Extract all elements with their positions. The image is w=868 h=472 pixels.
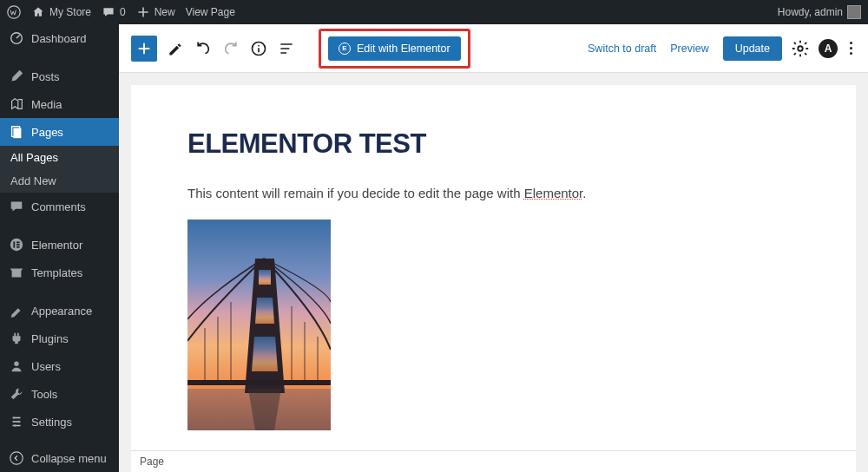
sidebar-subitem-add-new[interactable]: Add New bbox=[0, 169, 119, 193]
svg-point-16 bbox=[798, 46, 803, 51]
wp-logo[interactable] bbox=[7, 5, 21, 19]
comments-link[interactable]: 0 bbox=[102, 5, 126, 19]
howdy-link[interactable]: Howdy, admin bbox=[778, 5, 861, 19]
svg-rect-5 bbox=[13, 241, 15, 247]
sidebar-collapse[interactable]: Collapse menu bbox=[0, 444, 119, 472]
sidebar-item-templates[interactable]: Templates bbox=[0, 259, 119, 286]
redo-icon[interactable] bbox=[221, 39, 240, 58]
sidebar-item-comments[interactable]: Comments bbox=[0, 193, 119, 220]
info-icon[interactable] bbox=[249, 39, 268, 58]
settings-gear-icon[interactable] bbox=[791, 39, 810, 58]
svg-rect-19 bbox=[187, 380, 331, 385]
switch-to-draft-link[interactable]: Switch to draft bbox=[588, 43, 656, 55]
update-button[interactable]: Update bbox=[723, 36, 782, 61]
svg-point-13 bbox=[10, 452, 23, 464]
svg-point-11 bbox=[17, 421, 20, 423]
sidebar-subitem-all-pages[interactable]: All Pages bbox=[0, 146, 119, 169]
sidebar-item-dashboard[interactable]: Dashboard bbox=[0, 24, 119, 52]
paragraph-block[interactable]: This content will remain if you decide t… bbox=[187, 186, 799, 200]
outline-icon[interactable] bbox=[277, 39, 296, 58]
svg-rect-8 bbox=[16, 246, 20, 248]
svg-rect-7 bbox=[16, 244, 20, 246]
comments-count: 0 bbox=[120, 6, 126, 18]
highlight-box: E Edit with Elementor bbox=[319, 29, 470, 69]
edit-mode-icon[interactable] bbox=[166, 39, 185, 58]
svg-point-9 bbox=[14, 362, 18, 366]
page-title[interactable]: ELEMENTOR TEST bbox=[187, 128, 799, 160]
new-content-link[interactable]: New bbox=[136, 5, 175, 19]
elementor-icon: E bbox=[339, 43, 351, 55]
view-page-link[interactable]: View Page bbox=[186, 6, 235, 18]
add-block-button[interactable] bbox=[131, 36, 157, 62]
svg-rect-6 bbox=[16, 241, 20, 243]
sidebar-item-pages[interactable]: Pages bbox=[0, 118, 119, 146]
new-label: New bbox=[155, 6, 175, 18]
page-canvas[interactable]: ELEMENTOR TEST This content will remain … bbox=[131, 85, 856, 472]
svg-point-10 bbox=[13, 416, 16, 419]
user-avatar-icon bbox=[847, 5, 861, 19]
undo-icon[interactable] bbox=[194, 39, 213, 58]
site-name-text: My Store bbox=[49, 6, 91, 18]
preview-link[interactable]: Preview bbox=[670, 43, 708, 55]
sidebar-item-settings[interactable]: Settings bbox=[0, 408, 119, 436]
admin-bar: My Store 0 New View Page Howdy, admin bbox=[0, 0, 868, 24]
sidebar-item-appearance[interactable]: Appearance bbox=[0, 297, 119, 324]
site-name-link[interactable]: My Store bbox=[31, 5, 91, 19]
svg-rect-3 bbox=[13, 128, 21, 139]
svg-point-15 bbox=[258, 44, 260, 46]
breadcrumb-page[interactable]: Page bbox=[140, 456, 164, 468]
sidebar-item-tools[interactable]: Tools bbox=[0, 380, 119, 408]
image-block[interactable] bbox=[187, 220, 331, 430]
editor-canvas-area: ELEMENTOR TEST This content will remain … bbox=[119, 73, 868, 472]
sidebar-submenu-pages: All Pages Add New bbox=[0, 146, 119, 193]
edit-with-elementor-button[interactable]: E Edit with Elementor bbox=[328, 36, 461, 61]
sidebar-item-elementor[interactable]: Elementor bbox=[0, 231, 119, 259]
sidebar-item-plugins[interactable]: Plugins bbox=[0, 324, 119, 352]
breadcrumb-bar: Page bbox=[131, 450, 856, 472]
sidebar-item-users[interactable]: Users bbox=[0, 352, 119, 380]
svg-point-12 bbox=[14, 424, 16, 427]
sidebar-item-media[interactable]: Media bbox=[0, 90, 119, 118]
editor-main: E Edit with Elementor Switch to draft Pr… bbox=[119, 24, 868, 472]
admin-sidebar: Dashboard Posts Media Pages All Pages Ad… bbox=[0, 24, 119, 472]
editor-toolbar: E Edit with Elementor Switch to draft Pr… bbox=[119, 24, 868, 73]
spellcheck-word: Elementor bbox=[524, 186, 583, 200]
sidebar-item-posts[interactable]: Posts bbox=[0, 62, 119, 90]
astra-icon[interactable]: A bbox=[819, 39, 838, 58]
more-options-icon[interactable] bbox=[846, 38, 856, 58]
